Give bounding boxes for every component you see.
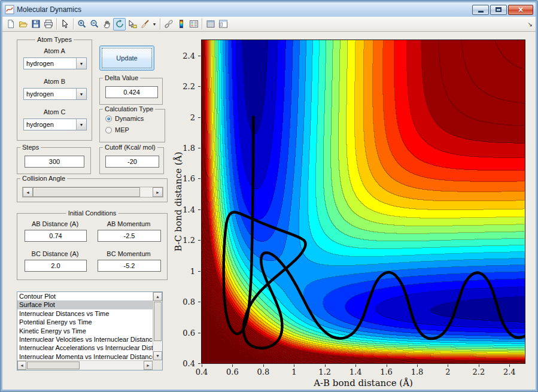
panel-title: Cutoff (Kcal/ mol) <box>103 144 157 151</box>
open-file-icon <box>19 19 28 29</box>
panel-title: Calculation Type <box>103 105 155 113</box>
y-tick-mark <box>198 271 200 272</box>
slider-left-arrow[interactable]: ◄ <box>23 187 33 197</box>
y-tick-label: 1.6 <box>183 174 195 183</box>
y-tick-mark <box>198 56 200 56</box>
ab-momentum-input[interactable] <box>98 230 161 242</box>
x-axis-label: A-B bond distance (Å) <box>202 378 525 388</box>
close-button[interactable]: × <box>508 5 533 15</box>
ab-distance-input[interactable] <box>25 230 87 242</box>
hide-plot-tools-button[interactable] <box>204 18 217 31</box>
horizontal-scrollbar[interactable]: ◄ ► <box>17 360 153 370</box>
x-tick-label: 1 <box>291 367 296 376</box>
update-button[interactable]: Update <box>99 45 154 71</box>
collision-angle-slider[interactable]: ◄ ► <box>22 187 163 197</box>
scroll-up-button[interactable]: ▲ <box>153 292 162 301</box>
list-item[interactable]: Surface Plot <box>17 300 153 309</box>
list-item[interactable]: Kinetic Energy vs Time <box>17 327 153 335</box>
edit-plot-button[interactable] <box>59 18 71 31</box>
x-tick-label: 0.8 <box>257 367 270 376</box>
show-plot-tools-button[interactable] <box>217 18 229 31</box>
scroll-down-button[interactable]: ▼ <box>153 351 162 360</box>
panel-title: Initial Conditions <box>66 209 118 217</box>
vertical-scrollbar-thumb[interactable] <box>154 302 162 341</box>
insert-colorbar-button[interactable] <box>175 18 187 31</box>
rotate-3d-icon <box>115 19 124 29</box>
y-tick-mark <box>198 333 200 333</box>
zoom-in-icon <box>77 19 87 29</box>
bc-momentum-input[interactable] <box>98 260 161 272</box>
y-tick-label: 0.4 <box>183 359 195 368</box>
y-tick-mark <box>198 86 200 87</box>
new-file-icon <box>6 19 16 29</box>
open-file-button[interactable] <box>17 18 29 31</box>
insert-legend-icon <box>189 19 199 29</box>
vertical-scrollbar[interactable]: ▲ ▼ <box>153 292 162 360</box>
zoom-in-button[interactable] <box>75 18 88 31</box>
atom-b-label: Atom B <box>17 78 92 85</box>
link-plot-button[interactable] <box>162 18 175 31</box>
list-item[interactable]: Internuclear Momenta vs Internuclear Dis… <box>17 353 153 360</box>
slider-thumb[interactable] <box>33 187 140 197</box>
scrollbar-corner <box>153 360 162 370</box>
radio-dynamics[interactable]: Dynamics <box>105 115 144 122</box>
insert-colorbar-icon <box>177 19 186 29</box>
slider-right-arrow[interactable]: ► <box>153 187 163 197</box>
radio-button-icon[interactable] <box>105 127 112 133</box>
y-tick-mark <box>198 240 200 241</box>
y-axis-label: B-C bond distance (Å) <box>173 152 184 252</box>
maximize-button[interactable] <box>490 5 507 15</box>
list-item[interactable]: Internuclear Accelerations vs Internucle… <box>17 344 153 352</box>
rotate-3d-button[interactable] <box>113 18 126 31</box>
dropdown-arrow-icon[interactable]: ▼ <box>76 58 86 69</box>
atom-b-dropdown[interactable]: hydrogen ▼ <box>23 88 87 100</box>
steps-input[interactable] <box>25 156 84 168</box>
atom-a-dropdown[interactable]: hydrogen ▼ <box>23 57 87 69</box>
delta-value-panel: Delta Value <box>99 78 163 105</box>
radio-mep[interactable]: MEP <box>105 126 129 133</box>
initial-conditions-panel: Initial Conditions AB Distance (A) AB Mo… <box>17 213 168 280</box>
scroll-left-button[interactable]: ◄ <box>17 361 26 370</box>
zoom-out-button[interactable] <box>88 18 101 31</box>
brush-button[interactable] <box>138 18 151 31</box>
radio-button-icon[interactable] <box>105 116 112 122</box>
data-cursor-button[interactable] <box>126 18 138 31</box>
figure-client-area: Atom Types Atom A hydrogen ▼ Atom B hydr… <box>2 32 536 390</box>
brush-dropdown-button[interactable]: ▼ <box>151 18 158 31</box>
y-tick-label: 2.4 <box>183 51 195 60</box>
horizontal-scrollbar-thumb[interactable] <box>27 361 80 369</box>
dropdown-arrow-icon[interactable]: ▼ <box>76 119 86 130</box>
pan-button[interactable] <box>101 18 113 31</box>
contour-plot-canvas[interactable] <box>202 40 525 363</box>
title-bar[interactable]: Molecular Dynamics × <box>2 2 536 17</box>
app-icon <box>5 5 14 14</box>
save-figure-button[interactable] <box>29 18 42 31</box>
list-item[interactable]: Internuclear Distances vs Time <box>17 309 153 318</box>
list-item[interactable]: Internuclear Velocities vs Internuclear … <box>17 335 153 344</box>
plot-type-listbox: Contour Plot Surface Plot Internuclear D… <box>17 291 163 370</box>
minimize-button[interactable] <box>472 5 489 15</box>
list-item[interactable]: Potential Energy vs Time <box>17 318 153 326</box>
cutoff-input[interactable] <box>105 156 159 168</box>
print-figure-button[interactable] <box>42 18 54 31</box>
x-tick-mark <box>325 364 326 367</box>
y-tick-mark <box>198 148 200 148</box>
toolbar-overflow-icon[interactable]: ↘ <box>528 21 533 28</box>
bc-distance-input[interactable] <box>25 260 87 272</box>
y-tick-label: 1.2 <box>183 236 195 245</box>
delta-value-input[interactable] <box>105 86 158 98</box>
atom-c-dropdown[interactable]: hydrogen ▼ <box>23 118 87 130</box>
dropdown-arrow-icon[interactable]: ▼ <box>76 89 86 99</box>
atom-b-selected-value: hydrogen <box>24 89 76 99</box>
insert-legend-button[interactable] <box>187 18 200 31</box>
x-tick-mark <box>294 364 294 367</box>
window-title: Molecular Dynamics <box>17 5 472 14</box>
new-file-button[interactable] <box>4 18 17 31</box>
x-tick-mark <box>355 364 356 367</box>
scroll-right-button[interactable]: ► <box>144 361 153 370</box>
radio-dynamics-label: Dynamics <box>115 115 144 122</box>
list-item[interactable]: Contour Plot <box>17 292 153 300</box>
y-tick-label: 0.8 <box>183 297 195 306</box>
x-tick-mark <box>202 364 202 367</box>
ab-distance-label: AB Distance (A) <box>22 220 88 227</box>
